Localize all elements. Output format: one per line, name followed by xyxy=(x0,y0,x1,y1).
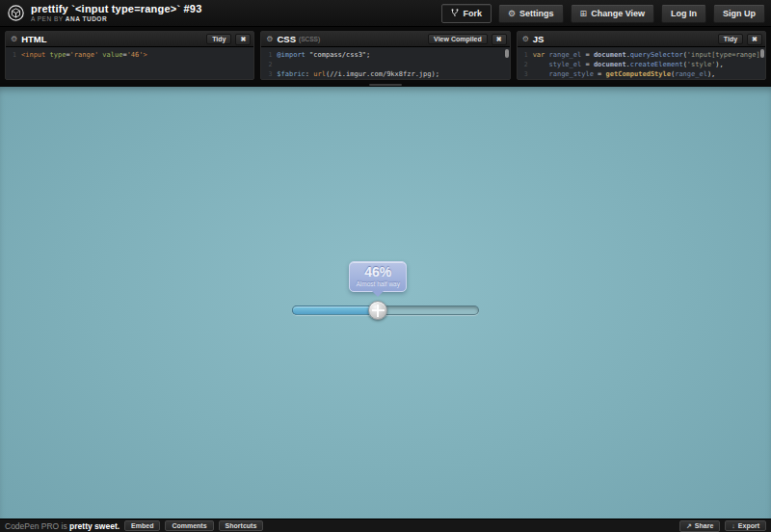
slider-subtitle: Almost half way xyxy=(352,280,404,287)
change-view-icon: ⊞ xyxy=(580,9,588,18)
code-line: 2 style_el = document.createElement('sty… xyxy=(518,60,765,69)
js-tidy-button[interactable]: Tidy xyxy=(718,34,743,44)
js-panel-header: ⚙ JS Tidy ✖ xyxy=(518,32,765,47)
js-panel-gear-icon[interactable]: ⚙ xyxy=(522,35,529,43)
footer-bar: CodePen PRO is pretty sweet. Embed Comme… xyxy=(0,519,771,532)
css-scrollbar[interactable] xyxy=(505,49,509,79)
export-button[interactable]: ↓ Export xyxy=(725,520,766,531)
code-line: 1var range_el = document.querySelector('… xyxy=(518,50,765,60)
editor-row: ⚙ HTML Tidy ✖ 1<input type='range' value… xyxy=(0,27,771,83)
code-line: 1@import "compass/css3"; xyxy=(261,50,509,60)
comments-button[interactable]: Comments xyxy=(165,520,213,531)
code-line: 1<input type='range' value='46'> xyxy=(6,50,253,60)
js-panel-title: JS xyxy=(533,34,545,44)
line-number: 3 xyxy=(518,69,533,79)
share-button[interactable]: ↗ Share xyxy=(679,520,720,532)
export-icon: ↓ xyxy=(731,522,735,529)
share-icon: ↗ xyxy=(686,522,692,530)
pro-message-prefix: CodePen PRO is xyxy=(5,521,67,531)
html-close-icon[interactable]: ✖ xyxy=(235,34,251,45)
line-number: 2 xyxy=(518,60,533,69)
view-compiled-button[interactable]: View Compiled xyxy=(428,34,488,44)
gear-icon: ⚙ xyxy=(508,9,516,18)
change-view-button[interactable]: ⊞ Change View xyxy=(571,4,654,23)
line-number: 3 xyxy=(261,69,277,79)
fork-button-label: Fork xyxy=(463,9,482,18)
divider-drag-handle[interactable] xyxy=(369,84,402,86)
login-button-label: Log In xyxy=(671,9,697,18)
css-editor-panel: ⚙ CSS (SCSS) View Compiled ✖ 1@import "c… xyxy=(260,31,510,80)
pro-message-highlight[interactable]: pretty sweet. xyxy=(69,521,120,531)
byline-prefix: A PEN BY xyxy=(31,15,64,22)
css-close-icon[interactable]: ✖ xyxy=(492,34,507,45)
html-panel-gear-icon[interactable]: ⚙ xyxy=(11,35,17,43)
html-tidy-button[interactable]: Tidy xyxy=(206,34,231,44)
pro-message: CodePen PRO is pretty sweet. xyxy=(5,521,120,531)
css-panel-gear-icon[interactable]: ⚙ xyxy=(266,35,273,43)
js-scrollbar[interactable] xyxy=(760,49,764,79)
js-editor-panel: ⚙ JS Tidy ✖ 1var range_el = document.que… xyxy=(517,31,766,80)
line-number: 1 xyxy=(6,50,21,60)
slider-value-label: 46% xyxy=(352,265,404,279)
pen-title: prettify `<input type=range>` #93 xyxy=(31,3,201,14)
code-line: 2 xyxy=(261,60,509,69)
share-button-label: Share xyxy=(695,522,713,529)
shortcuts-button[interactable]: Shortcuts xyxy=(219,520,264,531)
login-button[interactable]: Log In xyxy=(661,4,706,23)
slider-tooltip: 46% Almost half way xyxy=(349,261,407,292)
fork-icon xyxy=(451,9,459,17)
signup-button-label: Sign Up xyxy=(723,9,756,18)
code-line: 3$fabric: url(//i.imgur.com/9kx8fzr.jpg)… xyxy=(261,69,509,79)
css-panel-header: ⚙ CSS (SCSS) View Compiled ✖ xyxy=(261,32,509,47)
css-panel-title: CSS xyxy=(278,34,297,44)
css-code-editor[interactable]: 1@import "compass/css3";23$fabric: url(/… xyxy=(261,47,509,79)
author-link[interactable]: Ana Tudor xyxy=(66,15,107,22)
line-number: 2 xyxy=(261,60,277,69)
top-header: prettify `<input type=range>` #93 A PEN … xyxy=(0,0,771,27)
line-number: 1 xyxy=(261,50,277,60)
header-actions: Fork ⚙ Settings ⊞ Change View Log In Sig… xyxy=(441,4,765,23)
slider-fill xyxy=(292,306,378,315)
settings-button[interactable]: ⚙ Settings xyxy=(498,4,564,23)
pen-title-block: prettify `<input type=range>` #93 A PEN … xyxy=(31,3,201,22)
slider-thumb[interactable] xyxy=(368,301,387,320)
codepen-logo-icon[interactable] xyxy=(8,5,24,21)
html-panel-header: ⚙ HTML Tidy ✖ xyxy=(6,32,253,47)
change-view-button-label: Change View xyxy=(591,9,645,18)
html-panel-title: HTML xyxy=(21,34,46,44)
range-slider: 46% Almost half way xyxy=(292,306,479,315)
export-button-label: Export xyxy=(738,522,759,529)
js-code-editor[interactable]: 1var range_el = document.querySelector('… xyxy=(518,47,765,79)
pen-byline: A PEN BY Ana Tudor xyxy=(31,15,201,22)
preview-pane: 46% Almost half way xyxy=(0,87,771,519)
fork-button[interactable]: Fork xyxy=(441,4,492,23)
css-panel-mode: (SCSS) xyxy=(299,36,320,42)
line-number: 1 xyxy=(518,50,533,60)
signup-button[interactable]: Sign Up xyxy=(713,4,765,23)
embed-button[interactable]: Embed xyxy=(124,520,160,531)
html-editor-panel: ⚙ HTML Tidy ✖ 1<input type='range' value… xyxy=(5,31,254,80)
settings-button-label: Settings xyxy=(519,9,554,18)
code-line: 3 range_style = getComputedStyle(range_e… xyxy=(518,69,765,79)
js-close-icon[interactable]: ✖ xyxy=(747,34,762,45)
html-code-editor[interactable]: 1<input type='range' value='46'> xyxy=(6,47,253,79)
